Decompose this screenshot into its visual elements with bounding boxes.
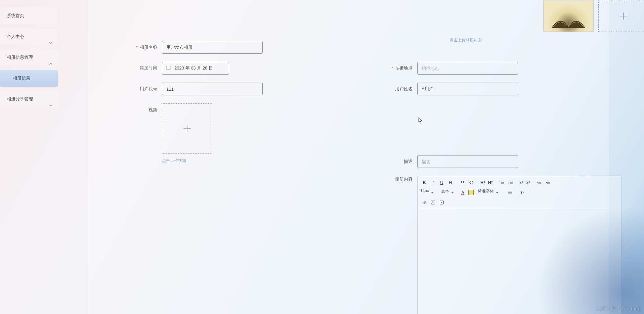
svg-point-6 — [432, 201, 433, 202]
sidebar-item-label: 相册信息 — [13, 76, 30, 81]
open-book-icon — [550, 13, 587, 30]
text-color-button[interactable]: A — [461, 190, 464, 195]
highlight-color-button[interactable] — [468, 190, 474, 195]
image-button[interactable] — [429, 198, 437, 207]
album-form: 点击上传相册封面 相册名称 添加时间 拍摄地点 — [122, 41, 632, 314]
sidebar-item-label: 相册分享管理 — [7, 96, 33, 101]
sidebar-item-album-share[interactable]: 相册分享管理 — [0, 91, 58, 107]
ul-icon — [508, 180, 513, 185]
editor-body[interactable] — [418, 208, 621, 314]
watermark: CSDN @小蔡coding — [596, 306, 641, 312]
video-upload-box[interactable] — [162, 103, 212, 154]
font-family-select[interactable]: 标准字体 — [478, 188, 499, 196]
sidebar-item-profile[interactable]: 个人中心 — [0, 28, 58, 45]
label-user-account: 用户账号 — [122, 83, 162, 95]
indent-icon — [546, 180, 550, 185]
h2-button[interactable]: H2 — [487, 178, 493, 186]
image-icon — [431, 200, 435, 205]
video-upload-hint: 点击上传视频 — [162, 158, 212, 164]
sidebar-item-label: 系统首页 — [7, 13, 24, 18]
font-size-select[interactable]: 14px — [420, 188, 434, 196]
label-content: 相册内容 — [377, 176, 417, 183]
chevron-up-icon — [49, 56, 52, 59]
sidebar-item-home[interactable]: 系统首页 — [0, 7, 58, 24]
svg-point-2 — [509, 181, 509, 181]
main-panel: 点击上传相册封面 相册名称 添加时间 拍摄地点 — [88, 0, 609, 314]
block-type-select[interactable]: 文本 — [441, 188, 455, 196]
link-button[interactable] — [420, 198, 428, 207]
sidebar-item-label: 相册信息管理 — [7, 55, 33, 60]
svg-text:1: 1 — [500, 180, 501, 182]
svg-point-3 — [509, 182, 509, 183]
label-user-name: 用户姓名 — [377, 83, 417, 95]
superscript-button[interactable]: x2 — [525, 178, 531, 186]
blockquote-button[interactable] — [459, 178, 467, 186]
h1-button[interactable]: H1 — [479, 178, 486, 186]
label-desc: 描述 — [377, 155, 417, 168]
label-location: 拍摄地点 — [377, 62, 417, 75]
sidebar: 系统首页 个人中心 相册信息管理 相册信息 相册分享管理 — [0, 0, 60, 314]
label-video: 视频 — [122, 103, 162, 116]
plus-icon — [619, 12, 628, 20]
code-icon — [469, 180, 474, 185]
add-time-input[interactable] — [162, 62, 229, 75]
strike-button[interactable]: S — [446, 178, 455, 186]
cover-upload-box[interactable] — [598, 0, 644, 32]
video-icon — [439, 200, 444, 205]
outdent-icon — [537, 180, 542, 185]
link-icon — [422, 200, 427, 205]
chevron-down-icon — [49, 35, 52, 38]
sidebar-item-label: 个人中心 — [7, 34, 24, 39]
align-button[interactable] — [506, 188, 514, 196]
location-input[interactable] — [417, 62, 518, 75]
label-add-time: 添加时间 — [122, 62, 162, 75]
svg-point-4 — [509, 183, 509, 184]
ol-icon: 1 — [500, 180, 504, 185]
code-button[interactable] — [467, 178, 475, 186]
user-name-input[interactable] — [417, 83, 518, 95]
outdent-button[interactable] — [535, 178, 543, 186]
bold-button[interactable]: B — [420, 178, 428, 186]
quote-icon — [460, 180, 465, 185]
align-icon — [508, 190, 512, 195]
chevron-down-icon — [49, 97, 52, 101]
sidebar-item-album-info[interactable]: 相册信息 — [0, 70, 58, 87]
unordered-list-button[interactable] — [507, 178, 515, 186]
ordered-list-button[interactable]: 1 — [498, 178, 506, 186]
cover-thumbnail[interactable] — [543, 0, 594, 32]
italic-button[interactable]: I — [429, 178, 437, 186]
underline-button[interactable]: U — [438, 178, 446, 186]
user-account-input[interactable] — [162, 83, 263, 95]
sidebar-item-album-mgmt[interactable]: 相册信息管理 — [0, 49, 58, 66]
rich-editor: B I U S — [417, 176, 621, 314]
cover-row — [543, 0, 644, 32]
clear-format-icon: T — [520, 190, 523, 195]
editor-toolbar: B I U S — [418, 176, 621, 208]
indent-button[interactable] — [544, 178, 552, 186]
album-name-input[interactable] — [162, 41, 263, 54]
cover-upload-hint: 点击上传相册封面 — [449, 37, 482, 43]
clear-format-button[interactable]: Tx — [518, 188, 526, 196]
label-album-name: 相册名称 — [122, 41, 162, 54]
subscript-button[interactable]: x2 — [519, 178, 525, 186]
plus-icon — [182, 124, 192, 133]
video-button[interactable] — [438, 198, 446, 207]
desc-input[interactable] — [417, 155, 518, 168]
